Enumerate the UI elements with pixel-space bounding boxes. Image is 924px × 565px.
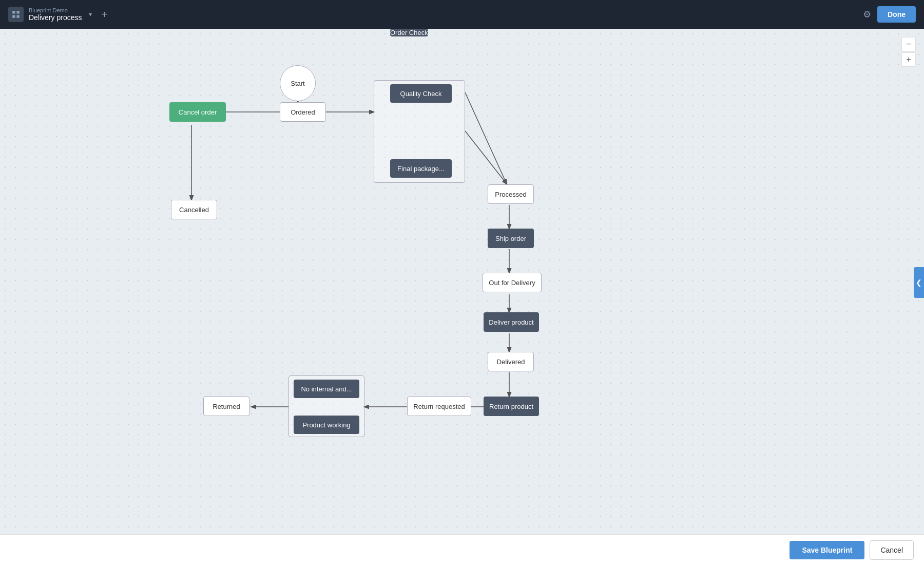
canvas: Start Ordered Cancel order Cancelled Qua…	[0, 29, 924, 565]
final-package-node[interactable]: Final package...	[390, 159, 452, 178]
cancelled-node[interactable]: Cancelled	[171, 200, 217, 219]
header-right: ⚙ Done	[863, 6, 916, 23]
svg-line-10	[465, 131, 507, 184]
add-icon[interactable]: +	[101, 9, 107, 21]
ship-order-node[interactable]: Ship order	[488, 229, 534, 248]
quality-check-node[interactable]: Quality Check	[390, 84, 452, 103]
deliver-product-node[interactable]: Deliver product	[484, 312, 539, 332]
zoom-out-button[interactable]: −	[901, 37, 916, 51]
returned-node[interactable]: Returned	[203, 397, 249, 416]
svg-line-19	[465, 92, 507, 184]
start-node[interactable]: Start	[280, 65, 316, 101]
svg-rect-2	[12, 15, 15, 18]
return-requested-node[interactable]: Return requested	[407, 397, 471, 416]
side-panel-toggle[interactable]: ❮	[914, 267, 924, 298]
ordered-node[interactable]: Ordered	[280, 102, 326, 122]
no-internal-node[interactable]: No internal and...	[294, 380, 359, 398]
header: Blueprint Demo Delivery process ▾ + ⚙ Do…	[0, 0, 924, 29]
footer: Save Blueprint Cancel	[0, 534, 924, 565]
header-left: Blueprint Demo Delivery process ▾ +	[8, 7, 107, 22]
svg-rect-0	[12, 11, 15, 13]
header-title: Delivery process	[29, 13, 82, 22]
delivered-node[interactable]: Delivered	[488, 352, 534, 371]
save-blueprint-button[interactable]: Save Blueprint	[790, 541, 864, 559]
header-subtitle: Blueprint Demo	[29, 7, 82, 13]
settings-icon[interactable]: ⚙	[863, 9, 871, 20]
done-button[interactable]: Done	[877, 6, 916, 23]
order-check-node[interactable]: Order Check	[390, 29, 428, 36]
app-logo	[8, 7, 24, 22]
cancel-order-node[interactable]: Cancel order	[169, 102, 226, 122]
svg-rect-3	[17, 15, 20, 18]
product-working-node[interactable]: Product working	[294, 416, 359, 434]
processed-node[interactable]: Processed	[488, 184, 534, 204]
svg-rect-1	[17, 11, 20, 13]
zoom-controls: − +	[901, 37, 916, 67]
return-product-node[interactable]: Return product	[484, 397, 539, 416]
out-for-delivery-node[interactable]: Out for Delivery	[483, 273, 542, 292]
header-title-group: Blueprint Demo Delivery process	[29, 7, 82, 22]
cancel-button[interactable]: Cancel	[870, 540, 914, 560]
chevron-down-icon[interactable]: ▾	[89, 11, 92, 18]
zoom-in-button[interactable]: +	[901, 52, 916, 67]
